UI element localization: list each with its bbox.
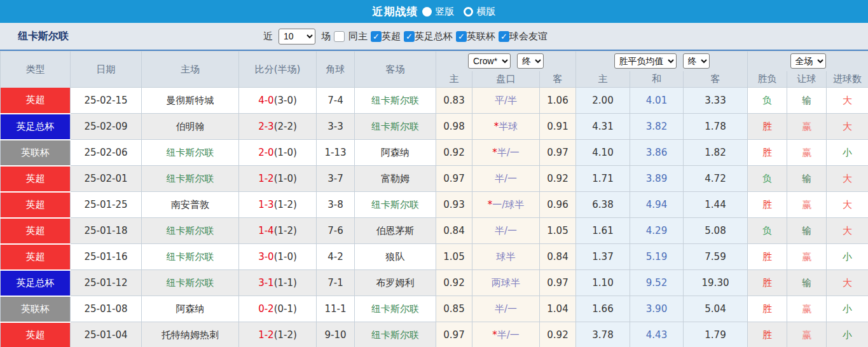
home-team[interactable]: 曼彻斯特城: [142, 88, 239, 114]
checkbox-checked-icon[interactable]: ✓: [371, 31, 382, 42]
radio-vertical-layout[interactable]: 竖版: [422, 6, 455, 18]
competition-type-badge: 英联杯: [1, 296, 71, 322]
competition-type-badge: 英超: [1, 218, 71, 244]
euro-draw-odds: 4.94: [630, 192, 684, 218]
competition-type-badge: 英超: [1, 88, 71, 114]
away-team[interactable]: 纽卡斯尔联: [355, 322, 436, 347]
checkbox-checked-icon[interactable]: ✓: [456, 31, 467, 42]
home-team[interactable]: 纽卡斯尔联: [142, 244, 239, 270]
away-team[interactable]: 纽卡斯尔联: [355, 192, 436, 218]
away-team[interactable]: 纽卡斯尔联: [355, 88, 436, 114]
corners: 11-1: [317, 296, 355, 322]
match-date: 25-01-12: [71, 270, 142, 296]
match-date: 25-02-01: [71, 166, 142, 192]
score-cell: 3-0(1-0): [239, 244, 317, 270]
home-team[interactable]: 纽卡斯尔联: [142, 140, 239, 166]
away-team[interactable]: 阿森纳: [355, 140, 436, 166]
radio-unselected-icon[interactable]: [464, 7, 473, 17]
handicap-away-odds: 0.84: [540, 244, 576, 270]
handicap-home-odds: 0.97: [436, 166, 472, 192]
euro-time-select[interactable]: 终: [683, 53, 710, 69]
corners: 9-10: [317, 322, 355, 347]
euro-away-odds: 3.33: [684, 88, 748, 114]
euro-odds-type-select[interactable]: 胜平负均值: [614, 53, 677, 69]
handicap-away-odds: 0.92: [540, 166, 576, 192]
handicap-line-text: 半球: [499, 121, 518, 132]
score-cell: 1-3(1-2): [239, 192, 317, 218]
scope-select[interactable]: 全场: [790, 53, 826, 69]
competition-filter-0[interactable]: ✓ 英超: [371, 31, 401, 43]
handicap-away-odds: 0.97: [540, 270, 576, 296]
away-team[interactable]: 富勒姆: [355, 166, 436, 192]
handicap-result-badge: 赢: [787, 322, 827, 347]
checkbox-checked-icon[interactable]: ✓: [404, 31, 415, 42]
bookmaker-select[interactable]: Crow*: [468, 53, 511, 69]
away-team[interactable]: 伯恩茅斯: [355, 218, 436, 244]
handicap-away-odds: 1.04: [540, 296, 576, 322]
handicap-line: 平/半: [472, 88, 540, 114]
checkbox-checked-icon[interactable]: ✓: [499, 31, 509, 42]
competition-filter-1[interactable]: ✓ 英足总杯: [404, 31, 453, 43]
subheader-handicap-result: 让球: [787, 71, 827, 88]
fulltime-score: 1-3: [258, 199, 274, 210]
handicap-home-odds: 0.83: [436, 88, 472, 114]
near-count-select[interactable]: 10: [279, 29, 315, 44]
halftime-score: (1-0): [274, 173, 297, 184]
result-badge: 负: [748, 88, 787, 114]
score-cell: 1-2(1-2): [239, 322, 317, 347]
goals-result-badge: 小: [827, 322, 868, 347]
radio-horizontal-layout[interactable]: 横版: [464, 6, 496, 18]
euro-draw-odds: 3.86: [630, 140, 684, 166]
match-row: 英足总杯 25-02-09 伯明翰 2-3(2-2) 3-3 纽卡斯尔联 0.9…: [1, 114, 868, 140]
subheader-goals: 进球数: [827, 71, 868, 88]
corners: 4-2: [317, 244, 355, 270]
handicap-line: 半/一: [472, 296, 540, 322]
home-team[interactable]: 纽卡斯尔联: [142, 218, 239, 244]
match-row: 英超 25-01-16 纽卡斯尔联 3-0(1-0) 4-2 狼队 1.05 球…: [1, 244, 868, 270]
score-cell: 3-1(1-1): [239, 270, 317, 296]
home-team[interactable]: 纽卡斯尔联: [142, 166, 239, 192]
home-team[interactable]: 阿森纳: [142, 296, 239, 322]
handicap-home-odds: 0.92: [436, 270, 472, 296]
result-badge: 胜: [748, 296, 787, 322]
checkbox-unchecked-icon[interactable]: [334, 31, 345, 42]
home-team[interactable]: 纽卡斯尔联: [142, 270, 239, 296]
handicap-line: 两球半: [472, 270, 540, 296]
handicap-time-select[interactable]: 终: [517, 53, 544, 69]
header-away: 客场: [355, 51, 436, 88]
euro-draw-odds: 3.90: [630, 296, 684, 322]
handicap-home-odds: 1.05: [436, 244, 472, 270]
scope-select-group: 全场: [748, 51, 868, 71]
recent-results-table: 类型 日期 主场 比分(半场) 角球 客场 Crow* 终 胜平负均值 终 全场: [0, 51, 868, 347]
page-title: 近期战绩: [373, 4, 418, 19]
away-team[interactable]: 布罗姆利: [355, 270, 436, 296]
home-team[interactable]: 托特纳姆热刺: [142, 322, 239, 347]
corners: 7-4: [317, 88, 355, 114]
home-team[interactable]: 南安普敦: [142, 192, 239, 218]
handicap-line: *半球: [472, 114, 540, 140]
result-badge: 胜: [748, 322, 787, 347]
match-row: 英超 25-02-15 曼彻斯特城 4-0(3-0) 7-4 纽卡斯尔联 0.8…: [1, 88, 868, 114]
handicap-home-odds: 0.98: [436, 114, 472, 140]
competition-filter-2[interactable]: ✓ 英联杯: [456, 31, 495, 43]
euro-home-odds: 1.37: [576, 244, 630, 270]
radio-selected-icon[interactable]: [422, 7, 432, 17]
competition-filter-3[interactable]: ✓ 球会友谊: [499, 31, 548, 43]
halftime-score: (2-2): [274, 121, 297, 132]
euro-draw-odds: 5.19: [630, 244, 684, 270]
score-cell: 1-4(1-2): [239, 218, 317, 244]
halftime-score: (1-1): [274, 277, 297, 289]
away-team[interactable]: 纽卡斯尔联: [355, 114, 436, 140]
away-team[interactable]: 纽卡斯尔联: [355, 296, 436, 322]
handicap-away-odds: 0.97: [540, 140, 576, 166]
subheader-ah-line: 盘口: [472, 71, 540, 88]
euro-draw-odds: 4.29: [630, 218, 684, 244]
handicap-away-odds: 1.05: [540, 218, 576, 244]
subheader-ah-away: 客: [540, 71, 576, 88]
euro-home-odds: 2.00: [576, 88, 630, 114]
away-team[interactable]: 狼队: [355, 244, 436, 270]
same-home-filter[interactable]: 同主: [334, 31, 368, 43]
home-team[interactable]: 伯明翰: [142, 114, 239, 140]
goals-result-badge: 大: [827, 218, 868, 244]
handicap-home-odds: 0.97: [436, 322, 472, 347]
